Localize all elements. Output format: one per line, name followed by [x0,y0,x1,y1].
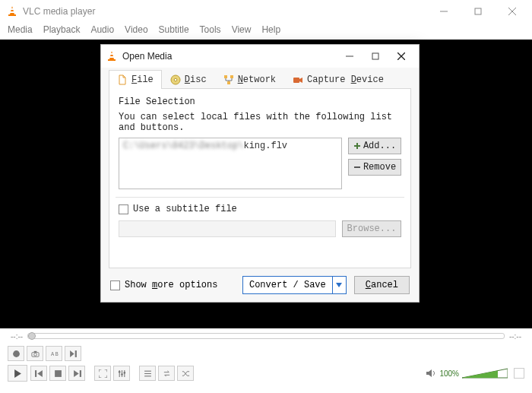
remove-button[interactable]: Remove [348,159,401,176]
previous-button[interactable] [30,366,47,381]
svg-point-36 [118,370,120,372]
video-area: Open Media File Disc Network [0,40,532,328]
tab-disc[interactable]: Disc [162,70,215,89]
menu-playback[interactable]: Playback [43,24,81,35]
dialog-titlebar[interactable]: Open Media [101,45,419,68]
svg-text:B: B [55,351,58,357]
svg-rect-1 [10,11,14,13]
divider [116,197,404,198]
menu-media[interactable]: Media [8,24,33,35]
tab-network[interactable]: Network [215,70,284,89]
remaining-time[interactable]: --:-- [509,332,521,341]
window-title: VLC media player [23,6,95,17]
main-titlebar: VLC media player [0,0,532,23]
loop-button[interactable] [158,366,175,381]
more-options-label: Show more options [125,280,217,290]
more-options-checkbox[interactable] [110,280,120,290]
svg-rect-32 [79,370,81,377]
vlc-cone-icon [106,50,118,62]
frame-step-button[interactable] [65,346,81,361]
svg-point-15 [174,78,177,81]
dialog-title: Open Media [122,51,172,62]
extended-settings-button[interactable] [113,366,130,381]
subtitle-path-input [119,220,336,237]
menu-tools[interactable]: Tools [200,24,221,35]
volume-percent: 100% [439,369,459,378]
record-button[interactable] [8,346,24,361]
svg-rect-16 [224,75,227,78]
snapshot-button[interactable] [27,346,43,361]
seek-slider[interactable] [27,333,505,339]
svg-rect-8 [109,56,114,58]
browse-button: Browse... [342,220,401,237]
controls-toolbar: AB 100% [0,344,532,383]
svg-rect-29 [74,350,76,357]
menu-audio[interactable]: Audio [90,24,114,35]
dialog-tabbar: File Disc Network Capture Device [109,69,411,89]
plus-icon [353,142,361,150]
svg-text:A: A [50,351,54,357]
fullscreen-button[interactable] [94,366,111,381]
seek-handle[interactable] [28,332,36,340]
open-media-dialog: Open Media File Disc Network [100,44,420,303]
menu-video[interactable]: Video [125,24,147,35]
dialog-maximize-button[interactable] [363,46,388,67]
svg-rect-7 [110,53,114,55]
add-button[interactable]: Add... [348,138,401,154]
chevron-down-icon [336,283,342,287]
dialog-close-button[interactable] [388,46,414,67]
subtitle-checkbox[interactable] [119,204,128,214]
file-list[interactable]: C:\Users\0423\Desktop\king.flv [119,138,342,189]
mini-toggle[interactable] [514,368,524,379]
file-icon [117,74,128,85]
file-list-entry[interactable]: C:\Users\0423\Desktop\king.flv [123,141,337,151]
capture-icon [293,74,303,85]
close-button[interactable] [495,0,529,23]
svg-rect-17 [230,75,233,78]
minimize-button[interactable] [426,0,461,23]
svg-rect-30 [35,370,36,377]
tab-file[interactable]: File [109,70,162,89]
speaker-icon[interactable] [426,368,436,379]
playlist-button[interactable] [139,366,156,381]
svg-rect-26 [33,350,36,352]
disc-icon [170,74,181,85]
subtitle-checkbox-label: Use a subtitle file [133,204,237,214]
menu-view[interactable]: View [232,24,252,35]
menu-subtitle[interactable]: Subtitle [159,24,189,35]
subtitle-checkbox-row[interactable]: Use a subtitle file [119,204,401,214]
svg-rect-31 [55,370,62,377]
maximize-button[interactable] [461,0,495,23]
shuffle-button[interactable] [177,366,194,381]
convert-save-button[interactable]: Convert / Save [242,276,347,294]
svg-rect-2 [8,14,16,16]
menu-help[interactable]: Help [261,24,280,35]
svg-point-25 [33,353,36,356]
stop-button[interactable] [49,366,66,381]
menubar: Media Playback Audio Video Subtitle Tool… [0,23,532,40]
elapsed-time[interactable]: --:-- [11,332,23,341]
svg-rect-4 [475,8,481,14]
more-options-checkbox-row[interactable]: Show more options [110,280,217,290]
svg-rect-9 [108,59,116,61]
minus-icon [353,163,361,171]
dialog-minimize-button[interactable] [337,46,363,67]
dialog-footer: Show more options Convert / Save Cancel [101,268,419,302]
volume-slider[interactable] [462,367,508,379]
next-button[interactable] [68,366,85,381]
svg-point-37 [121,373,123,376]
cancel-button[interactable]: Cancel [354,276,410,294]
svg-rect-0 [11,8,14,10]
loop-a-b-button[interactable]: AB [46,346,62,361]
file-selection-label: File Selection [119,97,401,107]
network-icon [223,74,234,85]
convert-save-dropdown[interactable] [332,277,346,293]
file-selection-hint: You can select local files with the foll… [119,112,401,133]
play-button[interactable] [8,365,27,382]
seek-bar-row: --:-- --:-- [0,328,532,344]
tab-capture-device[interactable]: Capture Device [284,70,392,89]
svg-rect-11 [372,53,378,59]
svg-rect-18 [227,81,230,84]
vlc-cone-icon [6,5,18,17]
file-panel: File Selection You can select local file… [109,89,411,268]
